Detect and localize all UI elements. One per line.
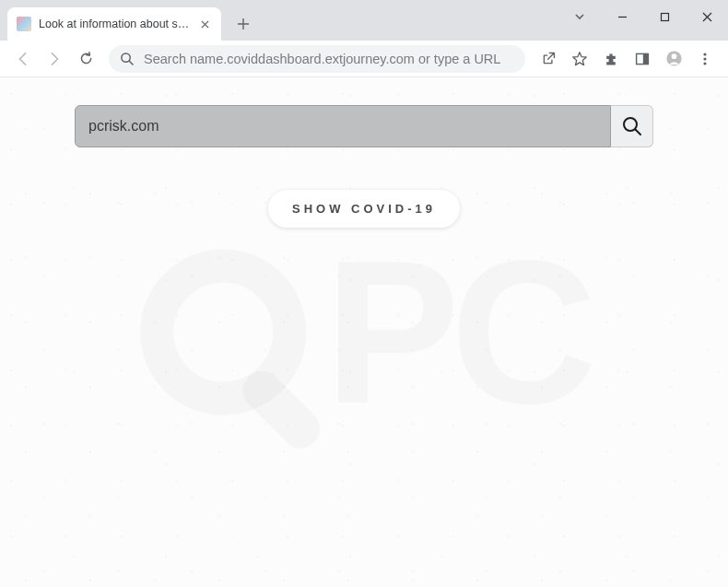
plus-icon	[237, 18, 250, 30]
close-tab-button[interactable]	[197, 17, 212, 31]
page-search-bar	[75, 105, 653, 147]
star-icon	[571, 51, 588, 67]
show-covid-button[interactable]: SHOW COVID-19	[268, 190, 460, 228]
side-panel-button[interactable]	[627, 45, 658, 73]
page-content: PC SHOW COVID-19	[0, 77, 728, 587]
svg-rect-0	[661, 13, 668, 20]
window-controls	[564, 0, 728, 33]
share-icon	[541, 51, 557, 66]
share-button[interactable]	[533, 45, 564, 73]
back-button[interactable]	[7, 45, 39, 73]
maximize-button[interactable]	[643, 2, 686, 31]
bookmark-button[interactable]	[564, 45, 595, 73]
watermark: PC	[140, 216, 588, 449]
title-bar: Look at information about spread	[0, 0, 728, 41]
svg-point-6	[703, 53, 706, 55]
magnify-icon	[621, 115, 643, 137]
back-icon	[15, 51, 31, 67]
close-icon	[201, 20, 209, 29]
search-input[interactable]	[75, 105, 611, 147]
minimize-icon	[617, 12, 628, 22]
window-close-button[interactable]	[686, 2, 728, 31]
profile-button[interactable]	[658, 45, 689, 73]
toolbar: Search name.coviddashboard.extjourney.co…	[0, 41, 728, 77]
forward-button[interactable]	[39, 45, 70, 73]
minimize-button[interactable]	[601, 2, 643, 31]
omnibox[interactable]: Search name.coviddashboard.extjourney.co…	[109, 45, 525, 73]
new-tab-button[interactable]	[230, 11, 256, 37]
profile-icon	[665, 50, 683, 67]
tab-title: Look at information about spread	[39, 18, 192, 30]
favicon	[17, 17, 31, 31]
chevron-down-icon	[573, 10, 586, 23]
window-close-icon	[702, 12, 712, 22]
search-submit-button[interactable]	[611, 105, 653, 147]
menu-icon	[698, 52, 712, 66]
forward-icon	[46, 51, 63, 67]
svg-point-5	[671, 53, 676, 59]
tab-search-button[interactable]	[564, 2, 595, 31]
reload-icon	[78, 51, 94, 66]
reload-button[interactable]	[70, 45, 101, 73]
browser-tab[interactable]: Look at information about spread	[7, 7, 221, 41]
svg-point-7	[703, 57, 706, 60]
search-icon	[120, 52, 135, 66]
svg-rect-3	[643, 53, 649, 64]
omnibox-placeholder: Search name.coviddashboard.extjourney.co…	[144, 52, 514, 66]
watermark-text: PC	[324, 216, 588, 449]
maximize-icon	[660, 12, 670, 22]
menu-button[interactable]	[689, 45, 721, 73]
svg-point-8	[703, 62, 706, 65]
extensions-icon	[604, 52, 618, 66]
magnify-watermark-icon	[140, 250, 306, 416]
side-panel-icon	[635, 52, 650, 66]
extensions-button[interactable]	[595, 45, 627, 73]
